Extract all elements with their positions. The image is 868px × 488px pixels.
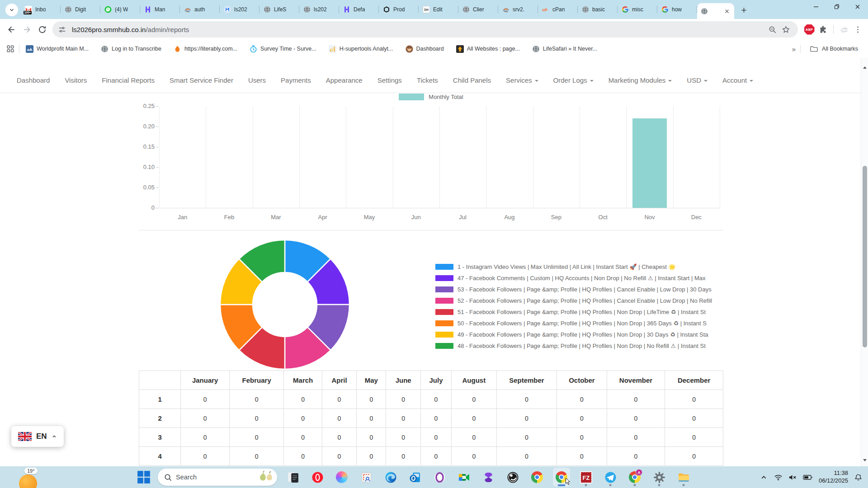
browser-tab[interactable]: basic — [578, 2, 618, 17]
address-bar[interactable]: ls2026pro.smmhub.co.in/admin/reports — [52, 21, 798, 38]
browser-tab[interactable]: ls202 — [299, 2, 339, 17]
browser-tab[interactable]: DHEdit — [419, 2, 458, 17]
site-settings-icon[interactable] — [58, 25, 66, 34]
url-text[interactable]: ls2026pro.smmhub.co.in/admin/reports — [72, 26, 189, 33]
start-button[interactable] — [137, 470, 151, 484]
browser-tab[interactable]: Man — [140, 2, 180, 17]
bookmark-star-button[interactable] — [779, 23, 793, 36]
taskbar-clock[interactable]: 11:38 06/12/2025 — [819, 469, 848, 485]
donut-legend-item[interactable]: 48 - Facebook Followers | Page &amp; Pro… — [435, 340, 723, 352]
nav-item-account[interactable]: Account — [722, 76, 753, 84]
browser-tab[interactable]: Clier — [458, 2, 498, 17]
bookmark-item[interactable]: Dashboard — [406, 45, 444, 53]
browser-tab[interactable]: Digit — [61, 2, 100, 17]
donut-legend-item[interactable]: 50 - Facebook Followers | Page &amp; Pro… — [435, 318, 723, 329]
bookmark-item[interactable]: Survey Time - Surve... — [250, 45, 316, 53]
nav-item-order-logs[interactable]: Order Logs — [553, 76, 594, 84]
bookmark-item[interactable]: H-supertools Analyt... — [329, 45, 393, 53]
volume-muted-icon[interactable] — [788, 474, 797, 481]
browser-tab[interactable]: PMAsrv2. — [498, 2, 538, 17]
minimize-button[interactable] — [806, 0, 826, 14]
taskbar-search[interactable]: Search — [158, 469, 277, 486]
new-tab-button[interactable] — [738, 4, 750, 16]
page-scrollbar[interactable] — [861, 58, 868, 466]
notification-bell-icon[interactable]: z — [854, 474, 863, 481]
forward-button[interactable] — [19, 22, 34, 37]
extension-sketch-button[interactable] — [837, 23, 851, 36]
reload-button[interactable] — [34, 22, 50, 37]
browser-tab[interactable]: Prod — [379, 2, 419, 17]
language-selector[interactable]: EN — [11, 426, 64, 447]
restore-button[interactable] — [826, 0, 847, 14]
browser-tab[interactable]: 100+Inbo — [21, 2, 61, 17]
bookmark-item[interactable]: LifeSafari » It Never... — [532, 45, 597, 53]
tray-chevron-up-icon[interactable] — [760, 474, 768, 481]
taskbar-app-chrome[interactable] — [528, 468, 546, 487]
wifi-icon[interactable] — [774, 474, 783, 481]
taskbar-app-filezilla[interactable]: FZ — [577, 468, 594, 487]
browser-tab[interactable]: cPcPan — [538, 2, 578, 17]
taskbar-app-chrome-profile[interactable]: A — [626, 468, 643, 487]
taskbar-app-obs[interactable] — [504, 468, 521, 487]
nav-item-payments[interactable]: Payments — [281, 76, 311, 84]
taskbar-app-outlook[interactable] — [406, 468, 424, 487]
zoom-button[interactable] — [765, 23, 779, 36]
browser-menu-button[interactable] — [851, 23, 864, 36]
apps-grid-icon[interactable] — [6, 45, 14, 53]
nav-item-services[interactable]: Services — [506, 76, 538, 84]
extensions-button[interactable] — [816, 23, 830, 36]
browser-tab[interactable]: ls202 — [220, 2, 259, 17]
tab-close-icon[interactable] — [723, 8, 731, 15]
taskbar-app-notepad-dark[interactable] — [284, 468, 302, 487]
battery-icon[interactable] — [803, 474, 813, 481]
back-button[interactable] — [4, 22, 19, 37]
close-window-button[interactable] — [847, 0, 868, 14]
taskbar-app-opera[interactable] — [309, 468, 326, 487]
donut-legend-item[interactable]: 53 - Facebook Followers | Page &amp; Pro… — [435, 284, 723, 295]
scrollbar-thumb[interactable] — [863, 166, 867, 347]
active-tab[interactable] — [697, 3, 734, 19]
nav-item-usd[interactable]: USD — [687, 76, 708, 84]
taskbar-app-snipping-tool[interactable] — [358, 468, 375, 487]
browser-tab[interactable]: Defa — [339, 2, 379, 17]
bookmark-item[interactable]: Worldprofit Main M... — [26, 45, 89, 53]
donut-legend-item[interactable]: 49 - Facebook Followers | Page &amp; Pro… — [435, 329, 723, 340]
bookmark-item[interactable]: All Websites : page... — [456, 45, 520, 53]
nav-item-visitors[interactable]: Visitors — [65, 76, 87, 84]
donut-legend-item[interactable]: 51 - Facebook Followers | Page &amp; Pro… — [435, 306, 723, 318]
nav-item-tickets[interactable]: Tickets — [417, 76, 438, 84]
scroll-up-icon[interactable] — [862, 65, 868, 70]
bookmark-item[interactable]: Log in to Transcribe — [101, 45, 161, 53]
taskbar-app-settings[interactable] — [651, 468, 668, 487]
all-bookmarks-button[interactable]: All Bookmarks — [810, 45, 858, 52]
donut-legend-item[interactable]: 52 - Facebook Followers | Page &amp; Pro… — [435, 295, 723, 306]
bar-chart-legend[interactable]: Monthly Total — [139, 94, 723, 100]
scroll-down-icon[interactable] — [862, 457, 868, 463]
donut-legend-item[interactable]: 47 - Facebook Comments | Custom | HQ Acc… — [435, 272, 723, 284]
taskbar-app-opera-gx[interactable] — [431, 468, 448, 487]
taskbar-app-chrome[interactable] — [553, 468, 570, 487]
taskbar-app-google-meet[interactable] — [455, 468, 472, 487]
nav-item-settings[interactable]: Settings — [377, 76, 402, 84]
taskbar-app-telegram[interactable] — [602, 468, 619, 487]
browser-tab[interactable]: how — [657, 2, 697, 17]
nav-item-smart-service-finder[interactable]: Smart Service Finder — [170, 76, 233, 84]
taskbar-app-copilot[interactable] — [333, 468, 350, 487]
bookmarks-overflow-button[interactable]: » — [788, 45, 800, 53]
nav-item-child-panels[interactable]: Child Panels — [453, 76, 491, 84]
bookmark-item[interactable]: https://literably.com... — [174, 45, 237, 53]
tab-search-button[interactable] — [5, 4, 18, 16]
nav-item-dashboard[interactable]: Dashboard — [17, 76, 50, 84]
browser-tab[interactable]: PMAauth — [180, 2, 220, 17]
nav-item-financial-reports[interactable]: Financial Reports — [102, 76, 155, 84]
browser-tab[interactable]: LifeS — [259, 2, 299, 17]
nav-item-appearance[interactable]: Appearance — [326, 76, 363, 84]
donut-legend-item[interactable]: 1 - Instagram Video Views | Max Unlimite… — [435, 261, 723, 272]
browser-tab[interactable]: (4) W — [100, 2, 140, 17]
taskbar-app-clipchamp[interactable] — [480, 468, 497, 487]
browser-tab[interactable]: misc — [618, 2, 657, 17]
weather-widget[interactable]: 19° — [18, 466, 45, 488]
taskbar-app-file-explorer[interactable] — [675, 468, 692, 487]
taskbar-app-edge[interactable] — [382, 468, 399, 487]
nav-item-marketing-modules[interactable]: Marketing Modules — [609, 76, 672, 84]
